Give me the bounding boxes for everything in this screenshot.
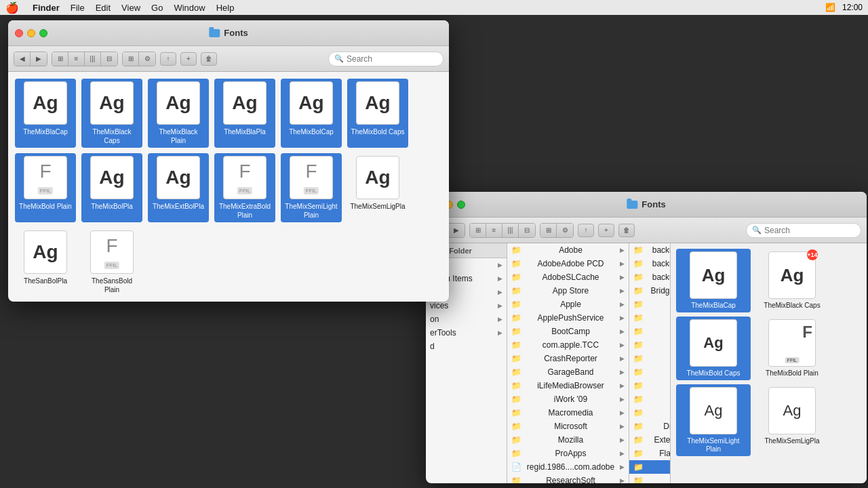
forward-button[interactable]: ▶ xyxy=(448,224,465,237)
col1-item-5[interactable]: erTools▶ xyxy=(426,326,507,340)
col2-adobepcd[interactable]: 📁AdobeAdobe PCD▶ xyxy=(507,257,629,270)
col1-item-4[interactable]: on▶ xyxy=(426,312,507,326)
back-button-front[interactable]: ◀ xyxy=(14,52,31,66)
minimize-button-front[interactable] xyxy=(27,29,35,37)
file-item-mixbolpla[interactable]: Ag TheMixBolPla xyxy=(81,153,142,222)
icon-view-button[interactable]: ⊞ xyxy=(470,224,486,237)
col2-regid[interactable]: 📄regid.1986....com.adobe▶ xyxy=(507,460,629,474)
mini-font-mixsemilight[interactable]: Ag TheMixSemiLight Plain xyxy=(676,384,751,456)
col2-bootcamp[interactable]: 📁BootCamp▶ xyxy=(507,325,629,338)
menu-edit[interactable]: Edit xyxy=(96,3,111,13)
add-folder-button-front[interactable]: + xyxy=(180,52,197,66)
search-box-back[interactable]: 🔍 xyxy=(746,223,861,238)
col2-ilife[interactable]: 📁iLifeMediaBrowser▶ xyxy=(507,379,629,392)
search-icon-back: 🔍 xyxy=(752,226,762,235)
mini-font-mixboldcaps[interactable]: Ag TheMixBold Caps xyxy=(676,317,751,380)
view-buttons-back[interactable]: ⊞ ≡ ||| ⊟ xyxy=(469,223,536,238)
col2-iwork[interactable]: 📁iWork '09▶ xyxy=(507,392,629,406)
column-view-button[interactable]: ||| xyxy=(502,224,519,237)
delete-button-front[interactable]: 🗑 xyxy=(201,52,217,66)
mini-font-icon-mixboldplain: F FFIL xyxy=(768,319,816,367)
menu-help[interactable]: Help xyxy=(216,3,235,13)
file-item-mixboldplain[interactable]: F TheMixBold Plain xyxy=(15,153,76,222)
file-item-thesansboldplain[interactable]: F TheSansBold Plain xyxy=(81,228,142,297)
col2-applepush[interactable]: 📁ApplePushService▶ xyxy=(507,311,629,325)
window-controls-front[interactable] xyxy=(15,29,47,37)
maximize-button-front[interactable] xyxy=(39,29,47,37)
font-icon-mixboldcaps: Ag xyxy=(356,81,399,125)
view-options-button[interactable]: ⊞ xyxy=(540,224,557,237)
mini-font-label-mixsemligpla: TheMixSemLigPla xyxy=(764,437,819,445)
mini-font-mixblacap[interactable]: Ag TheMixBlaCap xyxy=(676,249,751,312)
mini-font-mixblackcaps[interactable]: Ag +14 TheMixBlack Caps xyxy=(755,249,829,312)
column-view-button-front[interactable]: ||| xyxy=(85,52,101,66)
col2-microsoft[interactable]: 📁Microsoft▶ xyxy=(507,420,629,433)
clock: 12:00 xyxy=(842,3,863,12)
file-item-mixextraboldplain[interactable]: F TheMixExtraBold Plain xyxy=(214,153,275,222)
arrange-btn-front[interactable]: ⚙ xyxy=(139,52,155,66)
gallery-view-button-front[interactable]: ⊟ xyxy=(101,52,117,66)
menu-view[interactable]: View xyxy=(121,3,140,13)
file-item-mixbolcap[interactable]: Ag TheMixBolCap xyxy=(281,79,342,148)
file-item-thesanbolpla[interactable]: Ag TheSanBolPla xyxy=(15,228,76,297)
col1-item-6[interactable]: d xyxy=(426,340,507,353)
gallery-view-button[interactable]: ⊟ xyxy=(519,224,535,237)
col2-macromedia[interactable]: 📁Macromedia▶ xyxy=(507,406,629,420)
list-view-button-front[interactable]: ≡ xyxy=(68,52,85,66)
col2-mozilla[interactable]: 📁Mozilla▶ xyxy=(507,433,629,447)
col2-adobeslcache[interactable]: 📁AdobeSLCache▶ xyxy=(507,270,629,284)
mini-font-mixsemligpla[interactable]: Ag TheMixSemLigPla xyxy=(755,384,829,456)
col2-apple[interactable]: 📁Apple▶ xyxy=(507,298,629,311)
font-icon-mixsemilightplain: F xyxy=(290,156,333,199)
view-buttons-front[interactable]: ⊞ ≡ ||| ⊟ xyxy=(52,52,118,66)
arrange-button[interactable]: ⚙ xyxy=(557,224,573,237)
file-item-mixsemilightplain[interactable]: F TheMixSemiLight Plain xyxy=(281,153,342,222)
view-options-back[interactable]: ⊞ ⚙ xyxy=(540,223,574,238)
mini-font-icon-mixblacap: Ag xyxy=(690,251,737,299)
col2-adobe[interactable]: 📁Adobe▶ xyxy=(507,243,629,257)
maximize-button[interactable] xyxy=(457,201,465,209)
font-icon-mixblackcaps: Ag xyxy=(90,81,134,125)
menu-go[interactable]: Go xyxy=(151,3,163,13)
search-input-front[interactable] xyxy=(347,54,437,64)
toolbar-back: ◀ ▶ ⊞ ≡ ||| ⊟ ⊞ ⚙ ↑ + 🗑 🔍 xyxy=(426,218,867,243)
share-button-back[interactable]: ↑ xyxy=(578,224,594,237)
nav-buttons-front[interactable]: ◀ ▶ xyxy=(14,52,47,66)
menubar: 🍎 Finder File Edit View Go Window Help 📶… xyxy=(0,0,868,15)
file-item-mixblacap[interactable]: Ag TheMixBlaCap xyxy=(15,79,76,148)
forward-button-front[interactable]: ▶ xyxy=(31,52,47,66)
file-item-mixblapla[interactable]: Ag TheMixBlaPla xyxy=(214,79,275,148)
font-icon-thesansboldplain: F xyxy=(90,230,134,274)
mini-font-label-mixboldplain: TheMixBold Plain xyxy=(766,369,818,378)
col2-garageband[interactable]: 📁GarageBand▶ xyxy=(507,365,629,379)
close-button-front[interactable] xyxy=(15,29,23,37)
view-options-btn-front[interactable]: ⊞ xyxy=(123,52,139,66)
font-previews-panel: Ag TheMixBlaCap Ag +14 TheMixBlack Caps … xyxy=(670,243,867,483)
search-input-back[interactable] xyxy=(764,226,855,235)
apple-menu[interactable]: 🍎 xyxy=(5,1,19,14)
share-button-front[interactable]: ↑ xyxy=(160,52,176,66)
column-2: 📁Adobe▶ 📁AdobeAdobe PCD▶ 📁AdobeSLCache▶ … xyxy=(507,243,629,483)
col2-proapps[interactable]: 📁ProApps▶ xyxy=(507,447,629,460)
col2-tcc[interactable]: 📁com.apple.TCC▶ xyxy=(507,338,629,352)
font-icon-thesanbolpla: Ag xyxy=(24,230,67,274)
menu-window[interactable]: Window xyxy=(174,3,205,13)
icon-view-button-front[interactable]: ⊞ xyxy=(52,52,68,66)
col2-crashreporter[interactable]: 📁CrashReporter▶ xyxy=(507,352,629,365)
search-box-front[interactable]: 🔍 xyxy=(328,52,443,66)
window-title-back: Fonts xyxy=(627,199,665,209)
menu-file[interactable]: File xyxy=(71,3,85,13)
file-item-mixblackcaps[interactable]: Ag TheMixBlack Caps xyxy=(81,79,142,148)
col2-research[interactable]: 📁ResearchSoft▶ xyxy=(507,474,629,483)
file-item-mixblackplain[interactable]: Ag TheMixBlack Plain xyxy=(148,79,209,148)
view-options-front[interactable]: ⊞ ⚙ xyxy=(122,52,156,66)
file-item-mixboldcaps[interactable]: Ag TheMixBold Caps xyxy=(347,79,408,148)
list-view-button[interactable]: ≡ xyxy=(486,224,502,237)
file-item-mixextbolpla[interactable]: Ag TheMixExtBolPla xyxy=(148,153,209,222)
delete-button-back[interactable]: 🗑 xyxy=(618,224,635,237)
col2-appstore[interactable]: 📁App Store▶ xyxy=(507,284,629,298)
menu-finder[interactable]: Finder xyxy=(33,3,60,13)
file-item-mixsemligpla[interactable]: Ag TheMixSemLigPla xyxy=(347,153,408,222)
add-folder-button[interactable]: + xyxy=(598,224,614,237)
mini-font-mixboldplain[interactable]: F FFIL TheMixBold Plain xyxy=(755,317,829,380)
